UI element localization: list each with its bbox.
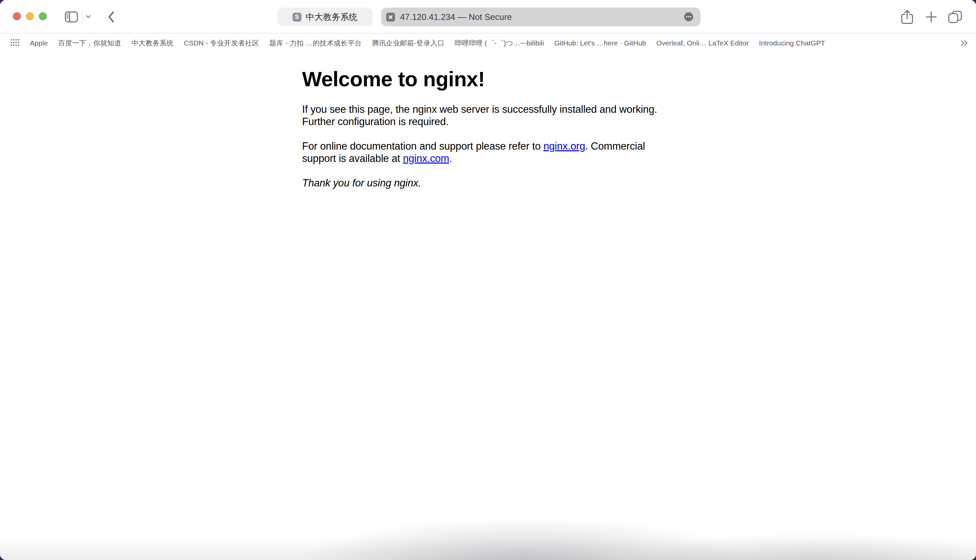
chevron-down-icon [85, 15, 91, 20]
page-settings-button[interactable] [684, 12, 693, 22]
share-icon [901, 10, 913, 25]
intro-paragraph: If you see this page, the nginx web serv… [302, 103, 674, 128]
minimize-window-button[interactable] [26, 12, 34, 20]
chevron-double-right-icon [960, 40, 969, 47]
plus-icon [925, 11, 937, 24]
bookmark-item[interactable]: GitHub: Let's …here · GitHub [555, 39, 646, 47]
window-controls [13, 12, 47, 20]
bookmark-item[interactable]: 中大教务系统 [132, 38, 174, 48]
bookmark-item[interactable]: Apple [30, 39, 48, 47]
website-favicon-badge [386, 13, 395, 22]
bookmark-item[interactable]: CSDN - 专业开发者社区 [184, 38, 259, 48]
tab-pinned[interactable]: S 中大教务系统 [277, 8, 373, 26]
share-button[interactable] [901, 10, 913, 25]
support-text-1: For online documentation and support ple… [302, 140, 543, 152]
address-bar[interactable]: 47.120.41.234 — Not Secure [381, 8, 700, 26]
x-icon [388, 15, 393, 20]
web-page-content: Welcome to nginx! If you see this page, … [302, 67, 674, 189]
url-text: 47.120.41.234 — Not Secure [400, 12, 512, 22]
browser-toolbar: S 中大教务系统 47.120.41.234 — Not Secure [0, 0, 976, 33]
bookmark-item[interactable]: 百度一下，你就知道 [58, 38, 121, 48]
sidebar-dropdown-button[interactable] [85, 15, 91, 20]
tab-favicon: S [292, 13, 301, 22]
back-button[interactable] [107, 11, 115, 24]
tab-overview-icon [948, 11, 962, 24]
tab-overview-button[interactable] [948, 11, 962, 24]
bookmark-item[interactable]: Overleaf, Onli… LaTeX Editor [656, 39, 749, 47]
nginx-org-link[interactable]: nginx.org [543, 140, 585, 152]
browser-window: S 中大教务系统 47.120.41.234 — Not Secure [0, 0, 976, 560]
bookmark-item[interactable]: 腾讯企业邮箱-登录入口 [372, 38, 444, 48]
bookmark-item[interactable]: 题库 - 力扣 …的技术成长平台 [269, 38, 361, 48]
bottom-shadow [0, 500, 976, 560]
support-text-3: . [449, 153, 452, 164]
chevron-left-icon [107, 11, 115, 24]
tab-title: 中大教务系统 [306, 11, 358, 23]
bookmark-item[interactable]: 哔哩哔哩 (゜-゜)つ…~-bilibili [455, 38, 544, 48]
page-title: Welcome to nginx! [302, 67, 674, 91]
close-window-button[interactable] [13, 12, 21, 20]
support-paragraph: For online documentation and support ple… [302, 140, 674, 165]
thanks-paragraph: Thank you for using nginx. [302, 177, 674, 189]
nginx-com-link[interactable]: nginx.com [403, 153, 450, 164]
favorites-bar: Apple 百度一下，你就知道 中大教务系统 CSDN - 专业开发者社区 题库… [0, 33, 976, 52]
sidebar-icon [65, 11, 78, 23]
bookmarks-overflow-button[interactable] [960, 40, 969, 48]
sidebar-toggle-button[interactable] [65, 11, 78, 23]
new-tab-button[interactable] [925, 11, 937, 24]
zoom-window-button[interactable] [39, 12, 47, 20]
toolbar-divider [82, 11, 83, 23]
ellipsis-icon [684, 12, 693, 22]
bookmark-item[interactable]: Introducing ChatGPT [759, 39, 825, 47]
favorites-grid-icon[interactable] [10, 39, 20, 47]
